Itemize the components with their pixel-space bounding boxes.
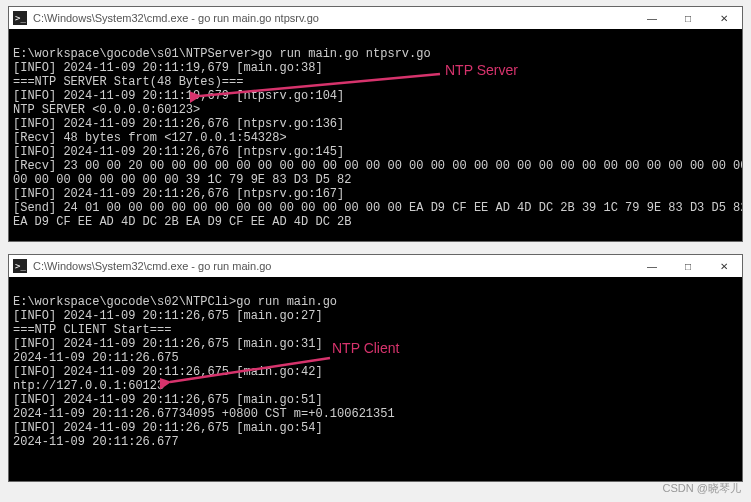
window-title-top: C:\Windows\System32\cmd.exe - go run mai… (33, 12, 634, 24)
terminal-output-top: E:\workspace\gocode\s01\NTPServer>go run… (9, 29, 742, 233)
maximize-button[interactable]: □ (670, 255, 706, 277)
window-ntp-client: >_ C:\Windows\System32\cmd.exe - go run … (8, 254, 743, 482)
window-ntp-server: >_ C:\Windows\System32\cmd.exe - go run … (8, 6, 743, 242)
minimize-button[interactable]: — (634, 7, 670, 29)
cmd-icon: >_ (13, 11, 27, 25)
titlebar-bot[interactable]: >_ C:\Windows\System32\cmd.exe - go run … (9, 255, 742, 277)
window-controls-bot: — □ ✕ (634, 255, 742, 277)
svg-text:>_: >_ (15, 13, 26, 23)
titlebar-top[interactable]: >_ C:\Windows\System32\cmd.exe - go run … (9, 7, 742, 29)
terminal-output-bot: E:\workspace\gocode\s02\NTPCli>go run ma… (9, 277, 742, 453)
window-title-bot: C:\Windows\System32\cmd.exe - go run mai… (33, 260, 634, 272)
window-controls-top: — □ ✕ (634, 7, 742, 29)
watermark: CSDN @晓琴儿 (663, 481, 741, 496)
svg-text:>_: >_ (15, 261, 26, 271)
cmd-icon: >_ (13, 259, 27, 273)
minimize-button[interactable]: — (634, 255, 670, 277)
maximize-button[interactable]: □ (670, 7, 706, 29)
close-button[interactable]: ✕ (706, 7, 742, 29)
close-button[interactable]: ✕ (706, 255, 742, 277)
